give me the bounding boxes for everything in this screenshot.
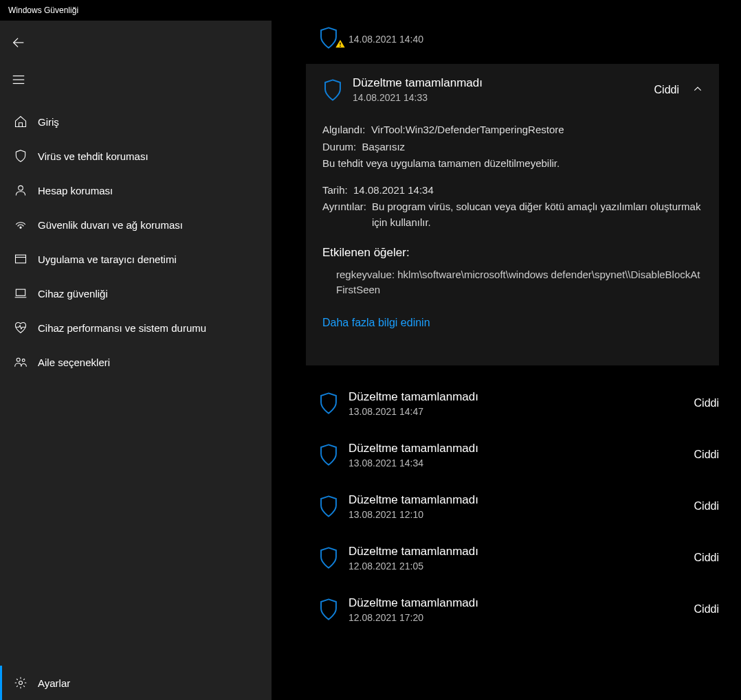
date2-value: 14.08.2021 14:34: [353, 184, 434, 196]
threat-date: 12.08.2021 17:20: [349, 612, 694, 623]
window-icon: [10, 252, 31, 266]
threat-severity: Ciddi: [694, 397, 719, 409]
family-icon: [10, 355, 31, 369]
status-value: Başarısız: [362, 141, 406, 153]
shield-icon: [314, 392, 343, 415]
window-titlebar: Windows Güvenliği: [0, 0, 741, 21]
settings-label: Ayarlar: [38, 677, 70, 689]
threat-note: Bu tehdit veya uygulama tamamen düzeltil…: [322, 156, 704, 172]
nav-device-health[interactable]: Cihaz performansı ve sistem durumu: [0, 311, 272, 345]
shield-icon: [10, 149, 31, 163]
shield-icon: [314, 598, 343, 621]
shield-icon: [318, 78, 347, 102]
network-icon: [10, 218, 31, 232]
svg-point-11: [22, 359, 25, 362]
shield-icon: [314, 443, 343, 466]
threat-row[interactable]: Düzeltme tamamlanmadı12.08.2021 21:05Cid…: [306, 532, 719, 584]
threat-title: Düzeltme tamamlanmadı: [349, 493, 694, 507]
threat-title: Düzeltme tamamlanmadı: [353, 76, 654, 90]
svg-point-14: [340, 46, 341, 47]
nav-virus-protection[interactable]: Virüs ve tehdit koruması: [0, 139, 272, 173]
threat-title: Düzeltme tamamlanmadı: [349, 442, 694, 455]
threat-severity: Ciddi: [654, 84, 679, 96]
nav-label: Güvenlik duvarı ve ağ koruması: [38, 219, 183, 231]
threat-title: Düzeltme tamamlanmadı: [349, 545, 694, 558]
threat-row[interactable]: Düzeltme tamamlanmadı13.08.2021 14:47Cid…: [306, 378, 719, 429]
threat-date: 13.08.2021 12:10: [349, 509, 694, 520]
threat-row-partial[interactable]: 14.08.2021 14:40: [306, 21, 719, 60]
threat-date: 13.08.2021 14:47: [349, 406, 694, 417]
learn-more-link[interactable]: Daha fazla bilgi edinin: [322, 315, 430, 331]
collapse-button[interactable]: [692, 83, 704, 97]
nav-settings[interactable]: Ayarlar: [0, 666, 272, 700]
svg-point-12: [19, 681, 23, 685]
nav-app-browser[interactable]: Uygulama ve tarayıcı denetimi: [0, 242, 272, 276]
threat-severity: Ciddi: [694, 552, 719, 564]
details-value: Bu program virüs, solucan veya diğer köt…: [372, 199, 704, 230]
threat-date: 14.08.2021 14:40: [349, 34, 719, 45]
threat-list: Düzeltme tamamlanmadı13.08.2021 14:47Cid…: [306, 378, 719, 635]
threat-date: 12.08.2021 21:05: [349, 561, 694, 572]
threat-date: 14.08.2021 14:33: [353, 92, 654, 103]
threat-severity: Ciddi: [694, 500, 719, 512]
svg-point-10: [16, 358, 20, 361]
nav-label: Virüs ve tehdit koruması: [38, 150, 148, 162]
person-icon: [10, 183, 31, 197]
affected-title: Etkilenen öğeler:: [322, 244, 704, 262]
threat-row[interactable]: Düzeltme tamamlanmadı13.08.2021 14:34Cid…: [306, 429, 719, 481]
chevron-up-icon: [692, 83, 703, 97]
heart-icon: [10, 321, 31, 335]
date2-label: Tarih:: [322, 184, 348, 196]
threat-row[interactable]: Düzeltme tamamlanmadı12.08.2021 17:20Cid…: [306, 584, 719, 635]
nav-account-protection[interactable]: Hesap koruması: [0, 173, 272, 207]
back-button[interactable]: [2, 27, 35, 60]
details-label: Ayrıntılar:: [322, 199, 366, 230]
gear-icon: [10, 676, 31, 690]
content-area: 14.08.2021 14:40 Düzeltme tamamlanmadı 1…: [272, 21, 741, 700]
hamburger-icon: [11, 72, 26, 90]
nav-family-options[interactable]: Aile seçenekleri: [0, 345, 272, 379]
shield-icon: [314, 546, 343, 569]
threat-title: Düzeltme tamamlanmadı: [349, 596, 694, 610]
shield-warning-icon: [314, 26, 343, 49]
hamburger-button[interactable]: [2, 65, 35, 98]
arrow-left-icon: [11, 35, 26, 53]
sidebar: Giriş Virüs ve tehdit koruması Hesap kor…: [0, 21, 272, 700]
threat-title: Düzeltme tamamlanmadı: [349, 390, 694, 404]
nav-firewall[interactable]: Güvenlik duvarı ve ağ koruması: [0, 207, 272, 242]
svg-rect-6: [16, 255, 26, 263]
nav-home[interactable]: Giriş: [0, 104, 272, 139]
affected-value: regkeyvalue: hklm\software\microsoft\win…: [336, 267, 704, 298]
shield-icon: [314, 495, 343, 518]
threat-severity: Ciddi: [694, 449, 719, 461]
nav-label: Giriş: [38, 116, 59, 128]
window-title: Windows Güvenliği: [8, 5, 78, 15]
svg-point-4: [19, 185, 23, 190]
nav-label: Cihaz performansı ve sistem durumu: [38, 322, 206, 334]
nav-list: Giriş Virüs ve tehdit koruması Hesap kor…: [0, 104, 272, 379]
svg-point-5: [20, 227, 21, 228]
home-icon: [10, 115, 31, 128]
threat-expanded-card: Düzeltme tamamlanmadı 14.08.2021 14:33 C…: [306, 64, 719, 365]
nav-label: Aile seçenekleri: [38, 357, 110, 368]
threat-row[interactable]: Düzeltme tamamlanmadı13.08.2021 12:10Cid…: [306, 481, 719, 532]
svg-rect-8: [16, 289, 25, 295]
threat-date: 13.08.2021 14:34: [349, 458, 694, 468]
threat-severity: Ciddi: [694, 603, 719, 616]
nav-device-security[interactable]: Cihaz güvenliği: [0, 276, 272, 311]
nav-label: Hesap koruması: [38, 185, 113, 196]
nav-label: Uygulama ve tarayıcı denetimi: [38, 253, 177, 265]
nav-label: Cihaz güvenliği: [38, 288, 108, 300]
detected-label: Algılandı:: [322, 124, 366, 135]
detected-value: VirTool:Win32/DefenderTamperingRestore: [371, 124, 564, 135]
status-label: Durum:: [322, 141, 356, 153]
laptop-icon: [10, 286, 31, 300]
